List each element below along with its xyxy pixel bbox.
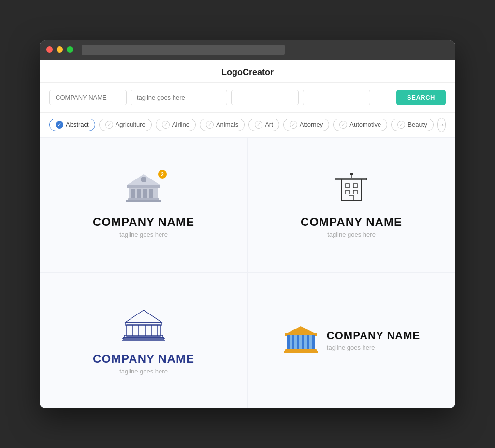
tagline-2: tagline goes here [327,231,376,238]
company-name-3: COMPANY NAME [93,352,194,366]
svg-rect-10 [342,179,361,201]
filter-bar: ✓ Abstract ✓ Agriculture ✓ Airline ✓ Ani… [40,113,455,137]
svg-rect-29 [122,339,165,341]
filter-chip-agriculture[interactable]: ✓ Agriculture [99,119,152,131]
app-title-text: LogoCreator [221,67,274,77]
filter-check-icon: ✓ [56,121,63,129]
filter-chip-label: Abstract [66,121,89,128]
svg-rect-39 [284,351,318,353]
filter-check-icon: ✓ [255,121,262,129]
logo-icon-4 [283,324,319,357]
svg-rect-36 [304,335,307,350]
svg-rect-9 [126,200,161,202]
logo-icon-3 [122,306,165,344]
svg-rect-37 [309,335,312,350]
svg-rect-1 [127,185,160,188]
filter-chip-art[interactable]: ✓ Art [248,119,279,131]
filter-chip-label: Beauty [408,121,427,128]
filter-check-icon: ✓ [105,121,113,129]
filter-chip-label: Agriculture [116,121,146,128]
filter-chip-abstract[interactable]: ✓ Abstract [49,119,95,131]
svg-rect-4 [143,189,147,198]
app-title: LogoCreator [40,60,455,83]
svg-rect-3 [137,189,141,198]
logo-card-1[interactable]: 2 COMPANY NAME tagline goes here [40,137,248,273]
filter-check-icon: ✓ [339,121,347,129]
svg-marker-27 [126,310,161,322]
filter-next-button[interactable]: → [437,118,446,132]
svg-rect-33 [290,335,292,350]
logo-icon-1: 2 [124,172,163,208]
filter-chip-label: Art [265,121,273,128]
company-name-input[interactable] [49,90,127,105]
company-name-2: COMPANY NAME [301,215,402,229]
url-bar [82,45,285,55]
search-bar: SEARCH [40,83,455,113]
logo-card-2[interactable]: COMPANY NAME tagline goes here [248,137,455,273]
close-button[interactable] [46,46,53,53]
svg-rect-5 [149,189,153,198]
filter-check-icon: ✓ [162,121,170,129]
filter-check-icon: ✓ [290,121,297,129]
badge-1: 2 [158,170,167,179]
logo-icon-2 [332,172,371,208]
filter-chip-automotive[interactable]: ✓ Automotive [333,119,387,131]
svg-rect-11 [346,184,349,188]
svg-rect-18 [350,173,353,175]
tagline-3: tagline goes here [119,368,168,375]
field3-input[interactable] [231,90,299,105]
filter-chip-label: Automotive [349,121,381,128]
logo-card-4[interactable]: COMPANY NAME tagline goes here [248,273,455,408]
filter-chip-label: Attorney [300,121,323,128]
company-name-1: COMPANY NAME [93,215,194,229]
logo-grid: 2 COMPANY NAME tagline goes here [40,137,455,408]
svg-rect-35 [299,335,302,350]
logo-card-3[interactable]: COMPANY NAME tagline goes here [40,273,248,408]
svg-rect-13 [346,190,349,194]
filter-check-icon: ✓ [397,121,405,129]
filter-chip-beauty[interactable]: ✓ Beauty [391,119,433,131]
tagline-4: tagline goes here [327,344,375,351]
svg-marker-30 [285,326,317,334]
filter-chip-animals[interactable]: ✓ Animals [200,119,245,131]
maximize-button[interactable] [67,46,73,53]
svg-rect-20 [127,325,160,336]
titlebar [40,40,455,60]
svg-rect-12 [353,184,357,188]
svg-rect-14 [353,190,357,194]
filter-check-icon: ✓ [206,121,214,129]
field4-input[interactable] [303,90,370,105]
tagline-input[interactable] [131,90,227,105]
company-name-4: COMPANY NAME [327,329,420,342]
svg-rect-34 [294,335,297,350]
app-window: LogoCreator SEARCH ✓ Abstract ✓ Agricult… [40,40,455,408]
tagline-1: tagline goes here [119,231,168,238]
filter-chip-attorney[interactable]: ✓ Attorney [283,119,329,131]
filter-chip-label: Airline [172,121,189,128]
filter-chip-label: Animals [216,121,238,128]
svg-rect-7 [141,177,146,182]
logo-4-text-block: COMPANY NAME tagline goes here [327,329,420,351]
filter-chip-airline[interactable]: ✓ Airline [156,119,196,131]
svg-rect-2 [131,189,135,198]
minimize-button[interactable] [57,46,63,53]
search-button[interactable]: SEARCH [396,90,446,105]
svg-rect-15 [349,196,354,201]
